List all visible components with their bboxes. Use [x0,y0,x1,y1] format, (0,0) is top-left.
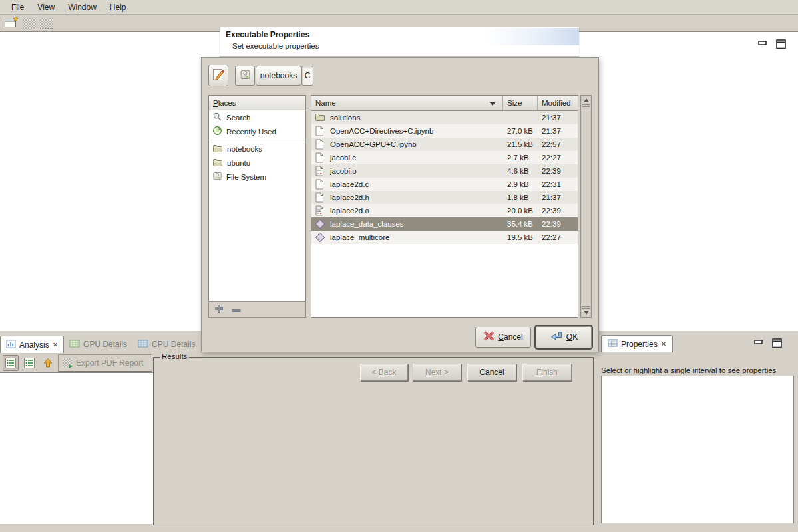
add-bookmark-icon [214,304,224,315]
file-modified: 22:57 [538,140,578,148]
scrollbar-thumb[interactable] [582,106,590,307]
file-modified: 21:37 [538,127,578,135]
file-modified: 22:39 [538,207,578,215]
properties-message: Select or highlight a single interval to… [601,366,776,374]
place-notebooks[interactable]: notebooks [209,142,305,156]
file-list-header: Name Size Modified [311,96,578,111]
close-tab-icon[interactable]: ✕ [661,340,666,348]
file-row[interactable]: laplace2d.h 1.8 kB 21:37 [311,191,578,204]
list-view-icon[interactable] [3,355,19,371]
file-modified: 22:27 [538,154,578,162]
place-search[interactable]: Search [209,110,305,124]
file-name: jacobi.c [330,154,356,162]
file-name: laplace_multicore [330,233,390,241]
wizard-subtitle: Set executable properties [232,42,319,50]
place-recently-used[interactable]: Recently Used [209,124,305,138]
folder-icon [212,144,223,154]
object-file-icon [315,205,325,216]
tab-cpu-details[interactable]: CPU Details [132,336,198,353]
wizard-header: Executable Properties Set executable pro… [220,27,579,57]
file-list-scrollbar[interactable] [580,95,592,318]
list-view-alt-icon[interactable] [21,355,37,371]
minimize-view-icon[interactable] [753,338,765,351]
export-pdf-button: Export PDF Report [58,354,152,372]
bookmark-buttons [208,301,306,318]
place-ubuntu[interactable]: ubuntu [209,156,305,170]
file-list-panel: Name Size Modified [311,95,578,318]
breadcrumb-notebooks[interactable]: notebooks [256,66,301,86]
remove-bookmark-icon [232,305,241,315]
menu-view[interactable]: View [31,1,61,13]
file-name: laplace2d.o [330,207,369,215]
file-row[interactable]: solutions 21:37 [311,111,578,124]
wizard-cancel-button[interactable]: Cancel [467,364,516,381]
column-name[interactable]: Name [311,96,503,110]
file-size: 21.5 kB [503,140,538,148]
maximize-view-icon[interactable] [775,39,787,52]
close-tab-icon[interactable]: ✕ [53,341,58,348]
tab-analysis[interactable]: Analysis ✕ [0,336,64,353]
menu-file[interactable]: File [5,1,30,13]
scroll-down-icon[interactable] [582,308,590,317]
places-header: Places [209,96,305,110]
file-row[interactable]: OpenACC+Directives+C.ipynb 27.0 kB 21:37 [311,124,578,138]
file-name: laplace_data_clauses [330,220,404,228]
text-file-icon [315,139,325,150]
wizard-banner-image [486,28,579,45]
file-size: 20.0 kB [503,207,538,215]
breadcrumb-c-active[interactable]: C [301,66,313,86]
results-panel [153,357,594,525]
file-row[interactable]: jacobi.o 4.6 kB 22:39 [311,164,578,178]
place-file-system[interactable]: File System [209,170,305,184]
tab-properties[interactable]: Properties ✕ [601,335,673,352]
file-size: 4.6 kB [503,167,538,175]
object-file-icon [315,166,325,176]
save-icon [23,18,36,29]
file-row[interactable]: jacobi.c 2.7 kB 22:27 [311,151,578,164]
file-row[interactable]: laplace2d.c 2.9 kB 22:31 [311,178,578,191]
breadcrumb-root-button[interactable] [235,66,255,86]
places-separator [209,140,305,140]
export-pdf-icon [63,358,72,368]
file-size: 2.7 kB [503,154,538,162]
places-panel: Places Search Recently Used notebooks u [208,95,306,301]
tab-gpu-details[interactable]: GPU Details [64,336,132,353]
drive-icon [240,69,251,82]
file-row[interactable]: laplace_multicore 19.5 kB 22:27 [311,231,578,244]
cpu-grid-icon [138,340,148,350]
text-file-icon [315,179,325,190]
file-chooser-dialog: notebooks C Places Search Recently Used … [201,57,599,352]
column-size[interactable]: Size [503,96,538,110]
file-row[interactable]: OpenACC+GPU+C.ipynb 21.5 kB 22:57 [311,138,578,151]
file-modified: 22:31 [538,180,578,188]
file-row[interactable]: laplace_data_clauses 35.4 kB 22:39 [311,217,578,231]
new-session-icon[interactable] [4,16,19,31]
file-modified: 22:39 [538,220,578,228]
minimize-view-icon[interactable] [757,39,769,52]
drive-icon [212,171,222,182]
sort-descending-icon [489,102,496,106]
file-size: 19.5 kB [503,233,538,241]
chooser-cancel-button[interactable]: Cancel [475,327,531,348]
file-row[interactable]: laplace2d.o 20.0 kB 22:39 [311,204,578,217]
analysis-content [0,372,153,524]
file-modified: 22:27 [538,233,578,241]
maximize-view-icon[interactable] [771,338,783,351]
file-modified: 21:37 [538,194,578,201]
recent-icon [212,126,222,137]
type-filename-button[interactable] [208,65,228,86]
bottom-left-tab-bar: Analysis ✕ GPU Details CPU Details C [0,335,198,353]
file-list[interactable]: solutions 21:37 [311,111,578,244]
scroll-up-icon[interactable] [582,96,590,105]
file-name: laplace2d.c [330,180,369,188]
folder-icon [315,112,325,123]
pencil-icon [212,68,225,84]
chooser-ok-button[interactable]: OK [536,326,592,348]
column-modified[interactable]: Modified [538,96,578,110]
executable-file-icon [315,219,325,229]
menu-window[interactable]: Window [62,1,102,13]
search-icon [212,112,222,123]
up-arrow-icon[interactable] [40,355,56,371]
menu-help[interactable]: Help [104,1,132,13]
back-button: < Back [360,364,408,381]
